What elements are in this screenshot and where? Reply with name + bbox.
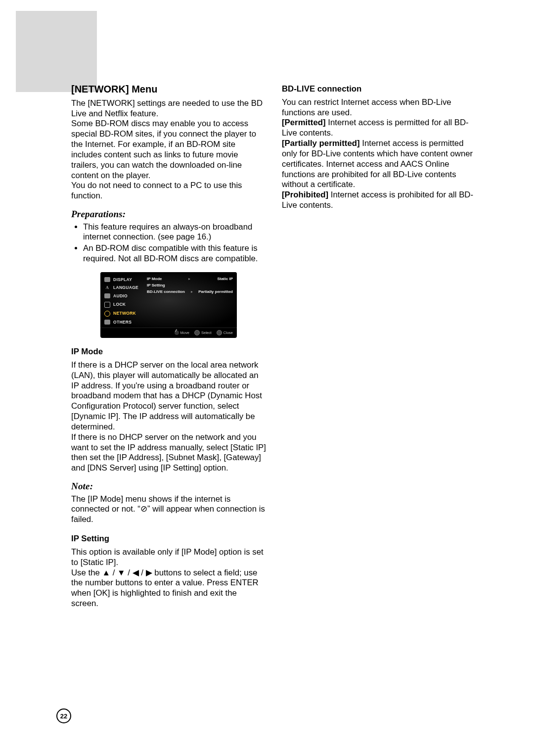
permitted-label: [Permitted] bbox=[282, 118, 326, 127]
globe-icon bbox=[104, 311, 110, 317]
bdlive-permitted: [Permitted] Internet access is permitted… bbox=[282, 118, 477, 139]
bdlive-partial: [Partially permitted] Internet access is… bbox=[282, 139, 477, 190]
prohibit-symbol-icon: ⊘ bbox=[140, 504, 147, 514]
setting-value: Static IP bbox=[217, 277, 233, 282]
footer-hint-close: Close bbox=[217, 330, 233, 335]
two-column-layout: [NETWORK] Menu The [NETWORK] settings ar… bbox=[71, 83, 477, 609]
prohibited-label: [Prohibited] bbox=[282, 190, 328, 199]
language-icon: A bbox=[104, 285, 110, 290]
ipsetting-paragraph-2: Use the ▲ / ▼ / ◀ / ▶ buttons to select … bbox=[71, 568, 266, 609]
sidebar-item-language: ALANGUAGE bbox=[104, 284, 142, 291]
sidebar-item-others: OTHERS bbox=[104, 319, 142, 326]
setting-row-bdlive: BD-LIVE connection ▸ Partially permitted bbox=[147, 289, 233, 294]
ipmode-heading: IP Mode bbox=[71, 347, 266, 357]
page-number-badge: 22 bbox=[56, 709, 71, 723]
joystick-icon bbox=[175, 331, 179, 335]
right-column: BD-LIVE connection You can restrict Inte… bbox=[282, 83, 477, 609]
screenshot-footer: Move Select Close bbox=[100, 328, 237, 338]
sidebar-label: DISPLAY bbox=[113, 277, 132, 283]
button-icon bbox=[194, 330, 200, 335]
ipsetting-text-pre: Use the bbox=[71, 568, 102, 577]
display-icon bbox=[104, 277, 110, 282]
sidebar-label: LOCK bbox=[113, 302, 126, 307]
setting-value: Partially permitted bbox=[198, 289, 233, 294]
setting-row-ipsetting: IP Setting bbox=[147, 283, 233, 288]
ipsetting-paragraph-1: This option is available only if [IP Mod… bbox=[71, 547, 266, 568]
screenshot-settings: IP Mode ▸ Static IP IP Setting BD-LIVE c… bbox=[147, 276, 233, 326]
partial-label: [Partially permitted] bbox=[282, 139, 360, 148]
footer-label: Move bbox=[180, 331, 189, 335]
preparations-list: This feature requires an always-on broad… bbox=[71, 222, 266, 264]
footer-hint-select: Select bbox=[194, 330, 212, 335]
setting-row-ipmode: IP Mode ▸ Static IP bbox=[147, 277, 233, 282]
sidebar-item-network: NETWORK bbox=[104, 310, 142, 318]
chevron-right-icon: ▸ bbox=[188, 277, 190, 282]
ipmode-paragraph-2: If there is no DHCP server on the networ… bbox=[71, 432, 266, 473]
audio-icon bbox=[104, 293, 110, 298]
setting-label: IP Setting bbox=[147, 283, 165, 288]
setting-label: BD-LIVE connection bbox=[147, 289, 185, 294]
sidebar-item-lock: LOCK bbox=[104, 301, 142, 309]
footer-label: Select bbox=[201, 331, 212, 335]
sidebar-label: NETWORK bbox=[113, 311, 136, 316]
ipmode-paragraph-1: If there is a DHCP server on the local a… bbox=[71, 360, 266, 432]
screenshot-sidebar: DISPLAY ALANGUAGE AUDIO LOCK NETWORK OTH… bbox=[104, 276, 142, 326]
lock-icon bbox=[104, 302, 110, 308]
footer-label: Close bbox=[223, 331, 233, 335]
section-heading-network: [NETWORK] Menu bbox=[71, 83, 266, 95]
bdlive-intro: You can restrict Internet access when BD… bbox=[282, 97, 477, 118]
note-heading: Note: bbox=[71, 480, 266, 492]
bdlive-prohibited: [Prohibited] Internet access is prohibit… bbox=[282, 190, 477, 211]
sidebar-label: LANGUAGE bbox=[113, 285, 138, 290]
button-icon bbox=[217, 330, 222, 335]
intro-paragraph-2: Some BD-ROM discs may enable you to acce… bbox=[71, 119, 266, 181]
others-icon bbox=[104, 320, 110, 325]
sidebar-item-display: DISPLAY bbox=[104, 276, 142, 284]
page-number: 22 bbox=[60, 712, 67, 720]
ipsetting-heading: IP Setting bbox=[71, 534, 266, 544]
sidebar-item-audio: AUDIO bbox=[104, 292, 142, 300]
page: [NETWORK] Menu The [NETWORK] settings ar… bbox=[0, 0, 534, 756]
screenshot-body: DISPLAY ALANGUAGE AUDIO LOCK NETWORK OTH… bbox=[100, 272, 237, 328]
footer-hint-move: Move bbox=[175, 331, 189, 335]
intro-paragraph-3: You do not need to connect to a PC to us… bbox=[71, 181, 266, 201]
bdlive-heading: BD-LIVE connection bbox=[282, 84, 477, 94]
preparations-heading: Preparations: bbox=[71, 208, 266, 220]
sidebar-label: AUDIO bbox=[113, 293, 128, 299]
setting-label: IP Mode bbox=[147, 277, 162, 282]
chevron-right-icon: ▸ bbox=[191, 289, 193, 294]
intro-paragraph-1: The [NETWORK] settings are needed to use… bbox=[71, 98, 266, 119]
preparations-item-1: This feature requires an always-on broad… bbox=[83, 222, 266, 243]
sidebar-label: OTHERS bbox=[113, 320, 132, 325]
network-menu-screenshot: DISPLAY ALANGUAGE AUDIO LOCK NETWORK OTH… bbox=[100, 272, 237, 338]
arrow-keys-symbols: ▲ / ▼ / ◀ / ▶ bbox=[102, 568, 152, 577]
left-column: [NETWORK] Menu The [NETWORK] settings ar… bbox=[71, 83, 266, 609]
note-paragraph: The [IP Mode] menu shows if the internet… bbox=[71, 494, 266, 525]
preparations-item-2: An BD-ROM disc compatible with this feat… bbox=[83, 243, 266, 264]
